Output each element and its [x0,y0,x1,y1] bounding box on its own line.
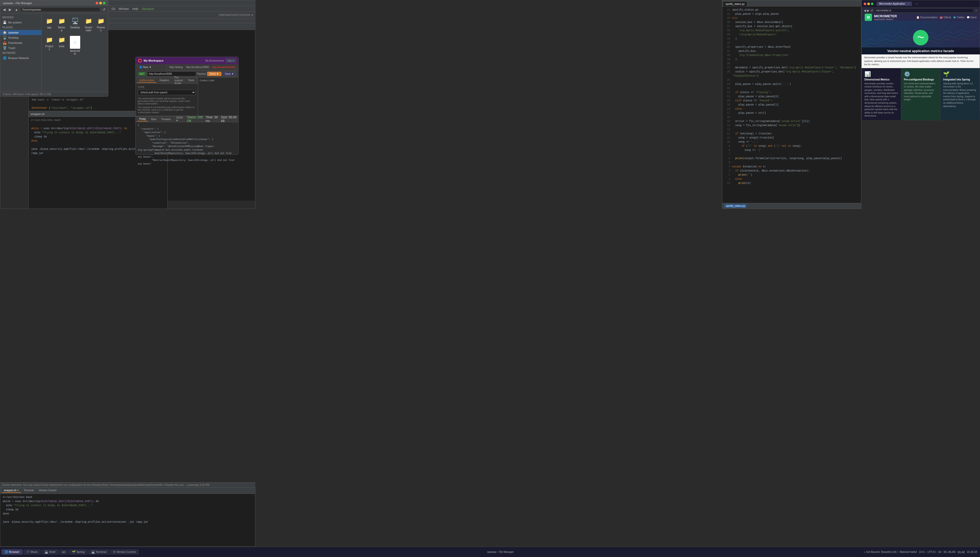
hc-params-label[interactable]: Params [197,72,206,75]
cer-status-bar: spotify_status.py [722,203,861,208]
fm-place-spawaw[interactable]: 🏠spawaw [0,30,41,35]
hc-response-body: { "contexts": { "application": { "beans"… [136,122,238,166]
taskbar-browser[interactable]: 🌐 Browser [2,549,23,555]
ms-tab-close[interactable]: ✕ [907,2,909,5]
hc-tab-localhost-crossed: http://localhost:8080 [212,66,235,68]
fm-icon-projects[interactable]: 📁 Projects [44,35,54,56]
ms-logo-sub: Application Metrics [874,18,897,21]
fm-max-btn[interactable] [103,2,106,4]
fm-icon-deadletter[interactable]: 📄 dead.letter [69,35,81,56]
fm-browse-network[interactable]: 🌐Browse Network [0,55,41,60]
hc-send-button[interactable]: Send ▼ [207,72,221,76]
taskbar-material: Material IntelliJ [900,550,917,554]
hc-tab-auth[interactable]: Authorization [137,78,156,83]
hc-tab-tests[interactable]: Tests [186,78,196,83]
hc-url-tabs: http://debug http://localhost:8080 http:… [168,66,237,68]
fm-icon-desktop[interactable]: 🖥️ Desktop [69,16,81,33]
taskbar-version-control[interactable]: ⑤ Version Control [110,549,139,555]
fm-address-input[interactable] [20,7,100,12]
cer-line-31: 31 spotify_bus, [725,49,858,54]
ms-url-input[interactable] [874,8,974,13]
cer-tab-spotify[interactable]: spotify_status.py [723,2,747,6]
fm-place-desktop[interactable]: 🖥️Desktop [0,35,41,40]
ms-forward-btn[interactable]: ▶ [867,9,869,12]
cer-line-22: 22 if status == 'Playing': [725,91,858,94]
cer-line-26: 26 status = spotify_properties.Get('org.… [725,70,858,78]
cer-line-34: 34 ) [725,37,858,41]
cer-line-8: 8 song += ')' [725,148,858,152]
ms-logo-icon: M [865,14,872,21]
hc-resp-json[interactable]: JSON ▼ [174,116,186,122]
ms-nav-slack[interactable]: 💬 Slack [967,16,977,19]
hc-resp-raw[interactable]: Raw [149,117,158,121]
ij-menu-springrun[interactable]: Springrun [140,7,156,11]
ms-feature-spring-title: Integrated into Spring [943,78,977,81]
fm-up-btn[interactable]: ▲ [14,7,20,12]
ms-min-btn[interactable] [867,3,870,5]
hc-save-btn[interactable]: Save ▼ [223,72,236,77]
bt-tabs: wrapper.sh × Terminal Version Control [0,488,255,494]
hc-tab-prerequest[interactable]: Pre-request Script [172,76,185,86]
ms-logo-circle: 〜 [913,30,928,46]
taskbar-spring[interactable]: 🌱 Spring [69,549,88,555]
cer-line-19: 19 play_pause = play_pause[1] [725,103,858,107]
fm-device-filesystem[interactable]: 💾file system [0,20,41,25]
fm-min-btn[interactable] [99,2,102,4]
cer-line-36: 36 'org.mpris.MediaPlayer2.spotify', [725,29,858,33]
fm-reload-btn[interactable]: ↺ [101,7,106,12]
taskbar-git: Git [938,550,942,554]
fm-place-trash[interactable]: 🗑️Trash [0,46,41,50]
fm-back-btn[interactable]: ◀ [2,7,7,12]
taskbar-terminal[interactable]: 💻 Terminal [88,549,109,555]
ms-win-controls [864,3,874,5]
fm-forward-btn[interactable]: ▶ [8,7,13,12]
ms-reload-btn[interactable]: ↺ [870,9,873,12]
ms-feature-dimensional-title: Dimensional Metrics [864,78,898,81]
ms-nav-twitter[interactable]: 🐦 Twitter [953,16,965,19]
ms-nav-docs[interactable]: 📋 Documentation [916,16,938,19]
cer-run-btn[interactable]: spotify_status.py [724,204,747,208]
cer-line-2: 2 print('') [725,173,858,177]
hc-url-input[interactable] [147,72,196,77]
cer-line-33: 33 [725,41,858,45]
bt-tab-wrapper[interactable]: wrapper.sh × [2,489,21,493]
fm-close-btn[interactable] [96,2,98,4]
ms-bookmark-btn[interactable]: ☆ [975,9,978,12]
ms-nav-github[interactable]: 🐙 Github [939,16,951,19]
fm-icon-backup[interactable]: 📁 Backup [57,16,67,33]
taskbar-counter-40[interactable]: 40 [59,549,68,555]
cer-line-23: 23 [725,86,858,91]
fm-place-downloads[interactable]: 📥Downloads [0,40,41,46]
ij-menu-help[interactable]: Help [131,7,140,11]
ms-max-btn[interactable] [871,3,874,5]
ij-menu-window[interactable]: Window [117,7,130,11]
hc-auth-section: TYPE Inherit auth from parent No Auth Be… [136,84,198,116]
hc-resp-pretty[interactable]: Pretty [137,117,148,121]
fm-icon-downloads[interactable]: 📁 Downloads [83,16,94,33]
fm-icon-pictures[interactable]: 📁 Pictures [96,16,106,33]
ms-main-tab[interactable]: Micrometer Application ✕ [877,2,912,6]
hc-size-label: Size: 90.06 kB [221,116,237,123]
cer-line-41b: 41 play_pause = args.play_pause [725,12,858,16]
cer-line-4: 4except Exception as e: [725,165,858,169]
cer-line-18: 18 else: [725,107,858,111]
fm-icon-tools[interactable]: 📁 tools [57,35,67,56]
ij-menu-git[interactable]: Git [110,7,117,11]
fm-icon-app[interactable]: 📁 app [44,16,54,33]
bt-tab-version-control[interactable]: Version Control [37,489,58,493]
hc-auth-type-select[interactable]: Inherit auth from parent No Auth Bearer … [138,90,196,95]
file-manager: spawaw - File Manager ◀ ▶ ▲ ↺ DEVICES 💾f… [0,0,108,97]
bt-tab-terminal[interactable]: Terminal [22,489,36,493]
taskbar-shell[interactable]: 💻 Shell [42,549,59,555]
ms-close-btn[interactable] [864,3,866,5]
hc-tab-debug[interactable]: http://debug [169,66,183,68]
hc-signin-btn[interactable]: Sign In [225,59,236,63]
ms-new-tab-btn[interactable]: + [915,2,918,6]
ms-back-btn[interactable]: ◀ [864,9,866,12]
taskbar-music[interactable]: 🎵 Music [23,549,41,555]
hc-resp-preview[interactable]: Preview [160,117,173,121]
hc-tab-local[interactable]: http://localhost:8080 [186,66,209,68]
hc-method-badge[interactable]: GET [138,72,146,76]
hc-tab-headers[interactable]: Headers [157,78,171,83]
ms-hero: 〜 Vendor-neutral application metrics fac… [862,21,980,54]
